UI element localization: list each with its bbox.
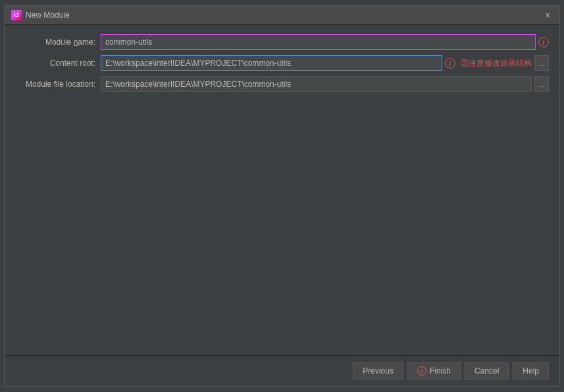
title-bar-left: IJ New Module [11, 10, 70, 20]
module-name-info-icon: i [538, 37, 549, 47]
finish-icon: i [417, 366, 426, 376]
module-file-location-row: Module file location: ... [15, 76, 549, 92]
module-name-label: Module name: [15, 37, 101, 47]
dialog-content: Module name: i Content root: i ②注意修改目录结构… [5, 25, 559, 355]
content-root-label: Content root: [15, 59, 101, 68]
content-root-annotation: ②注意修改目录结构 [461, 58, 532, 69]
finish-button[interactable]: i Finish [407, 362, 461, 380]
content-root-row: Content root: i ②注意修改目录结构 ... [15, 55, 549, 71]
content-root-info-icon: i [445, 58, 455, 68]
footer: Previous i Finish Cancel Help [5, 355, 559, 386]
finish-label: Finish [430, 366, 451, 376]
dialog-icon: IJ [11, 10, 22, 20]
module-file-location-label: Module file location: [15, 80, 101, 89]
module-name-input-wrap: i [101, 34, 549, 50]
new-module-dialog: IJ New Module × Module name: i Content r… [4, 5, 560, 387]
title-bar: IJ New Module × [5, 6, 559, 25]
cancel-button[interactable]: Cancel [465, 362, 509, 380]
dialog-title: New Module [26, 11, 70, 20]
help-button[interactable]: Help [513, 362, 549, 380]
module-file-location-input-wrap: ... [101, 76, 549, 92]
content-root-browse-button[interactable]: ... [534, 55, 549, 71]
module-file-location-browse-button[interactable]: ... [534, 76, 549, 92]
previous-button[interactable]: Previous [353, 362, 403, 380]
content-spacer [15, 97, 549, 346]
content-root-input[interactable] [101, 55, 442, 71]
module-name-row: Module name: i [15, 34, 549, 50]
content-root-input-wrap: i ②注意修改目录结构 ... [101, 55, 549, 71]
close-button[interactable]: × [542, 10, 553, 20]
module-name-input[interactable] [101, 34, 536, 50]
module-file-location-input[interactable] [101, 76, 532, 92]
